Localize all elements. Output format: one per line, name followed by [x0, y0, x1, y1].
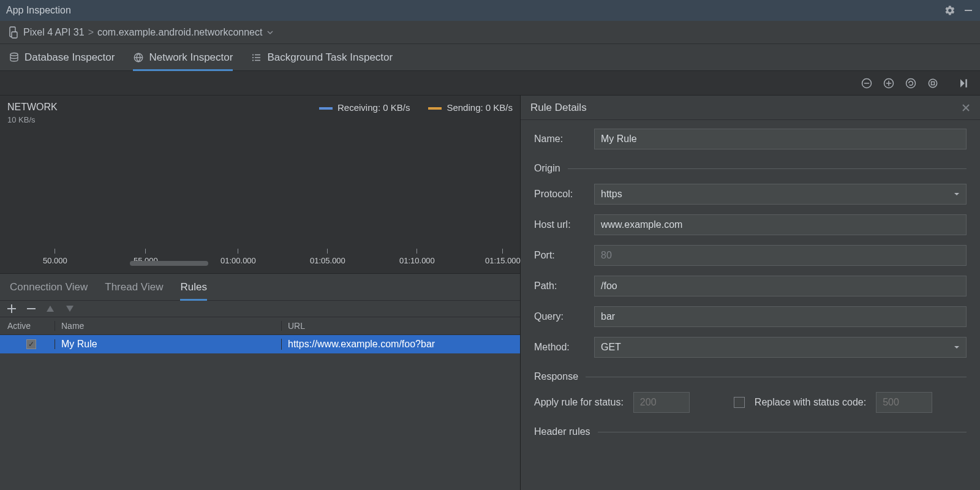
tab-label: Network Inspector	[149, 51, 233, 64]
chevron-down-icon	[267, 29, 273, 36]
svg-rect-0	[965, 10, 972, 11]
move-down-button[interactable]	[66, 306, 76, 312]
tick: 50.000	[43, 249, 67, 265]
cell-url: https://www.example.com/foo?bar	[282, 339, 520, 350]
name-input[interactable]	[594, 129, 967, 149]
settings-icon[interactable]	[944, 5, 956, 16]
name-label: Name:	[534, 134, 587, 145]
port-label: Port:	[534, 250, 587, 261]
details-title-bar: Rule Details	[521, 96, 980, 120]
database-icon	[9, 52, 20, 63]
svg-rect-19	[965, 79, 967, 87]
go-live-button[interactable]	[956, 75, 971, 91]
tick: 01:05.000	[310, 249, 345, 265]
timeline-scrollbar[interactable]	[130, 261, 208, 266]
svg-point-7	[252, 56, 254, 58]
tick: 01:10.000	[399, 249, 435, 265]
response-heading: Response	[534, 371, 578, 382]
titlebar: App Inspection	[0, 0, 980, 21]
port-input[interactable]	[594, 245, 967, 266]
subtab-connection-view[interactable]: Connection View	[10, 274, 88, 301]
zoom-out-button[interactable]	[859, 75, 875, 91]
tab-network-inspector[interactable]: Network Inspector	[133, 44, 233, 71]
breadcrumb-app: com.example.android.networkconnect	[97, 27, 262, 38]
protocol-label: Protocol:	[534, 189, 587, 200]
replace-status-input[interactable]	[876, 392, 932, 413]
timeline-toolbar	[0, 71, 980, 96]
timeline-ruler[interactable]: 50.000 55.000 01:00.000 01:05.000 01:10.…	[7, 249, 513, 267]
chevron-down-icon	[954, 191, 960, 197]
network-legend: Receiving: 0 KB/s Sending: 0 KB/s	[319, 102, 513, 113]
device-icon	[9, 26, 18, 39]
panel-title: App Inspection	[6, 5, 71, 16]
globe-icon	[133, 52, 144, 63]
cell-name: My Rule	[55, 339, 282, 350]
svg-point-16	[907, 78, 916, 88]
svg-rect-8	[255, 57, 260, 58]
rules-toolbar	[0, 300, 520, 317]
path-label: Path:	[534, 281, 587, 292]
host-label: Host url:	[534, 219, 587, 230]
breadcrumb-separator: >	[88, 27, 94, 38]
tab-label: Database Inspector	[24, 51, 115, 64]
network-title: NETWORK	[7, 102, 58, 113]
col-header-url[interactable]: URL	[282, 321, 520, 331]
apply-status-input[interactable]	[633, 392, 690, 413]
svg-rect-6	[255, 54, 260, 55]
svg-point-9	[252, 59, 254, 61]
breadcrumb[interactable]: Pixel 4 API 31 > com.example.android.net…	[0, 21, 980, 44]
tab-database-inspector[interactable]: Database Inspector	[9, 44, 115, 71]
network-chart: NETWORK Receiving: 0 KB/s Sending: 0 KB/…	[0, 96, 520, 273]
receiving-swatch	[319, 107, 333, 110]
method-select[interactable]: GET	[594, 337, 967, 358]
svg-rect-10	[255, 59, 260, 61]
chart-canvas[interactable]	[7, 131, 513, 251]
subtab-thread-view[interactable]: Thread View	[105, 274, 163, 301]
zoom-in-button[interactable]	[881, 75, 897, 91]
inspector-tabs: Database Inspector Network Inspector Bac…	[0, 44, 980, 71]
tab-background-task-inspector[interactable]: Background Task Inspector	[251, 44, 393, 71]
subtabs: Connection View Thread View Rules	[0, 273, 520, 300]
rules-table-header: Active Name URL	[0, 317, 520, 335]
divider	[598, 432, 967, 432]
replace-label: Replace with status code:	[755, 397, 866, 408]
table-row[interactable]: ✓ My Rule https://www.example.com/foo?ba…	[0, 335, 520, 353]
close-icon[interactable]	[962, 104, 970, 112]
remove-rule-button[interactable]	[27, 304, 37, 313]
chevron-down-icon	[954, 344, 960, 350]
tab-label: Background Task Inspector	[267, 51, 393, 64]
subtab-rules[interactable]: Rules	[180, 274, 206, 301]
y-axis-label: 10 KB/s	[7, 115, 513, 124]
col-header-active[interactable]: Active	[0, 321, 55, 331]
svg-point-5	[252, 54, 254, 55]
reset-zoom-button[interactable]	[903, 75, 919, 91]
legend-sending: Sending: 0 KB/s	[428, 102, 513, 113]
method-label: Method:	[534, 342, 587, 353]
move-up-button[interactable]	[47, 306, 56, 312]
svg-rect-22	[27, 308, 36, 309]
svg-rect-18	[932, 81, 935, 85]
add-rule-button[interactable]	[7, 304, 17, 313]
tick: 01:15.000	[485, 249, 521, 265]
minimize-icon[interactable]	[963, 5, 974, 16]
zoom-selection-button[interactable]	[925, 75, 941, 91]
replace-checkbox[interactable]	[734, 397, 745, 408]
path-input[interactable]	[594, 276, 967, 296]
divider	[586, 377, 967, 377]
protocol-select[interactable]: https	[594, 184, 967, 205]
col-header-name[interactable]: Name	[55, 321, 282, 331]
legend-receiving: Receiving: 0 KB/s	[319, 102, 410, 113]
apply-status-label: Apply rule for status:	[534, 397, 624, 408]
host-input[interactable]	[594, 214, 967, 235]
details-title: Rule Details	[530, 102, 587, 114]
query-input[interactable]	[594, 306, 967, 327]
svg-rect-21	[7, 308, 16, 309]
divider	[568, 168, 967, 169]
rules-table: Active Name URL ✓ My Rule https://www.ex…	[0, 317, 520, 490]
tick: 01:00.000	[221, 249, 256, 265]
active-checkbox[interactable]: ✓	[26, 339, 36, 349]
sending-swatch	[428, 107, 442, 110]
svg-point-3	[10, 53, 18, 56]
titlebar-buttons	[944, 5, 974, 16]
breadcrumb-device: Pixel 4 API 31	[23, 27, 85, 38]
